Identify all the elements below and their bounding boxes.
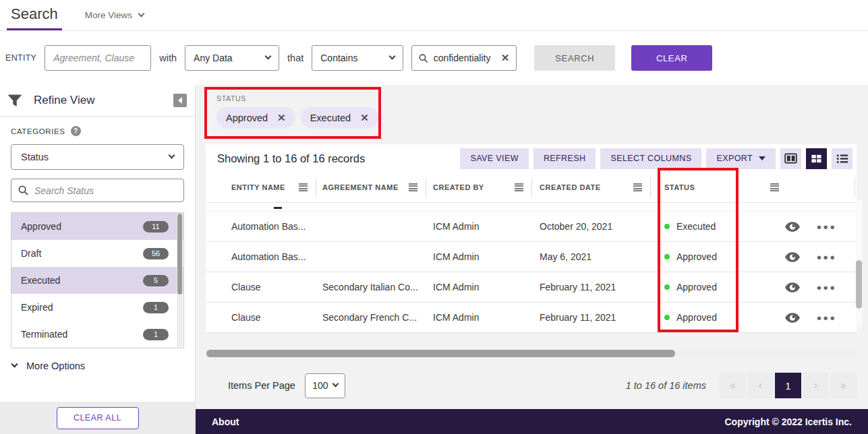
column-menu-icon[interactable]: [633, 183, 642, 191]
table-row[interactable]: Clause Secondary French C... ICM Admin F…: [206, 303, 857, 333]
search-criteria-bar: ENTITY with Any Data that Contains ✕ SEA…: [0, 31, 868, 85]
more-views-dropdown[interactable]: More Views: [85, 0, 144, 30]
preview-eye-icon[interactable]: [785, 252, 800, 262]
column-menu-icon[interactable]: [299, 183, 308, 191]
more-views-label: More Views: [85, 10, 132, 20]
pagination-controls: 1 to 16 of 16 items « ‹ 1 › »: [626, 373, 857, 398]
row-menu-icon[interactable]: ●●●: [816, 282, 836, 292]
more-options-toggle[interactable]: More Options: [11, 348, 184, 383]
previous-page-button[interactable]: ‹: [747, 373, 774, 398]
row-menu-icon[interactable]: ●●●: [816, 252, 836, 262]
column-header-created-date[interactable]: CREATED DATE: [532, 178, 651, 197]
status-option-label: Executed: [21, 275, 60, 286]
column-header-created-by[interactable]: CREATED BY: [426, 178, 532, 197]
cell-entity-name: Clause: [206, 312, 316, 323]
table-row[interactable]: Automation Bas... ICM Admin October 20, …: [206, 212, 857, 242]
items-per-page-label: Items Per Page: [228, 380, 295, 391]
select-columns-button[interactable]: SELECT COLUMNS: [600, 148, 701, 169]
collapse-sidebar-button[interactable]: [173, 94, 187, 107]
column-menu-icon[interactable]: [409, 183, 417, 191]
first-page-button[interactable]: «: [720, 373, 746, 398]
entity-input[interactable]: [53, 53, 142, 63]
split-view-button[interactable]: [780, 148, 801, 169]
column-menu-icon[interactable]: [770, 183, 779, 191]
remove-chip-icon[interactable]: ✕: [277, 112, 286, 124]
tab-search[interactable]: Search: [7, 0, 62, 30]
column-label: ENTITY NAME: [231, 183, 285, 191]
pagination-buttons: « ‹ 1 › »: [720, 373, 857, 398]
list-scrollbar[interactable]: [177, 214, 183, 347]
last-page-button[interactable]: »: [830, 373, 857, 398]
keyword-input[interactable]: [434, 53, 496, 63]
status-search-input[interactable]: [34, 185, 177, 196]
about-link[interactable]: About: [212, 416, 239, 427]
chip-label: Executed: [310, 113, 351, 123]
cell-created-date: February 11, 2021: [532, 282, 651, 292]
table-row[interactable]: Clause Secondary Italian Co... ICM Admin…: [206, 272, 857, 303]
row-menu-icon[interactable]: ●●●: [816, 222, 836, 232]
status-option-expired[interactable]: Expired 1: [11, 294, 183, 321]
table-row[interactable]: Automation Bas... ICM Admin May 6, 2021 …: [206, 242, 857, 272]
filter-chip-executed[interactable]: Executed ✕: [301, 107, 378, 128]
cell-created-by: ICM Admin: [426, 251, 532, 262]
chevron-down-icon: [138, 10, 145, 17]
operator-select[interactable]: Contains: [312, 45, 403, 71]
sidebar-footer: CLEAR ALL: [0, 402, 195, 434]
refresh-button[interactable]: REFRESH: [533, 148, 596, 169]
row-menu-icon[interactable]: ●●●: [816, 313, 836, 323]
horizontal-scrollbar-thumb[interactable]: [206, 350, 675, 357]
cell-entity-name: Automation Bas...: [206, 221, 316, 232]
save-view-button[interactable]: SAVE VIEW: [460, 148, 528, 169]
help-icon[interactable]: ?: [71, 126, 81, 136]
table-horizontal-scrollbar[interactable]: [206, 349, 857, 358]
annotation-box-filters: STATUS Approved ✕ Executed ✕: [204, 87, 381, 139]
clear-keyword-icon[interactable]: ✕: [501, 52, 510, 64]
preview-eye-icon[interactable]: [785, 313, 800, 323]
row-actions: ●●●: [752, 313, 857, 323]
grid-view-button[interactable]: [806, 148, 827, 169]
next-page-button[interactable]: ›: [803, 373, 829, 398]
status-option-approved[interactable]: Approved 11: [11, 213, 183, 240]
search-icon: [18, 185, 28, 195]
results-area: STATUS Approved ✕ Executed ✕ Showing 1 t…: [196, 85, 868, 434]
column-header-entity-name[interactable]: ENTITY NAME: [206, 178, 316, 197]
filter-chip-approved[interactable]: Approved ✕: [216, 107, 295, 128]
remove-chip-icon[interactable]: ✕: [360, 112, 369, 124]
preview-eye-icon[interactable]: [785, 222, 800, 232]
filter-funnel-icon: [8, 94, 22, 107]
status-option-draft[interactable]: Draft 56: [11, 240, 183, 267]
status-option-terminated[interactable]: Terminated 1: [11, 321, 183, 348]
data-scope-select[interactable]: Any Data: [185, 45, 279, 71]
cell-created-date: October 20, 2021: [532, 221, 651, 232]
list-scrollbar-thumb[interactable]: [177, 214, 182, 294]
status-text: Executed: [676, 221, 716, 232]
search-button[interactable]: SEARCH: [534, 45, 615, 71]
column-header-status[interactable]: STATUS: [651, 178, 855, 197]
status-option-executed[interactable]: Executed 5: [11, 267, 183, 294]
sidebar-body: CATEGORIES ? Status Approved 11: [0, 117, 195, 383]
app-window: Search More Views ENTITY with Any Data t…: [0, 0, 868, 434]
clear-button[interactable]: CLEAR: [631, 45, 712, 71]
status-option-label: Expired: [21, 302, 53, 313]
chevron-down-icon: [11, 361, 18, 368]
content-area: Refine View CATEGORIES ? Status: [0, 85, 868, 434]
column-menu-icon[interactable]: [515, 183, 523, 191]
row-actions: ●●●: [752, 282, 857, 292]
app-footer: About Copyright © 2022 Icertis Inc.: [196, 409, 868, 434]
cell-status: Approved: [651, 251, 752, 262]
cell-created-by: ICM Admin: [426, 312, 532, 323]
current-page-button[interactable]: 1: [775, 373, 801, 398]
list-view-button[interactable]: [832, 148, 852, 169]
vertical-scrollbar-thumb[interactable]: [856, 260, 862, 309]
page-title: Search: [11, 5, 58, 23]
list-view-icon: [836, 154, 848, 164]
column-header-agreement-name[interactable]: AGREEMENT NAME: [316, 178, 426, 197]
count-badge: 56: [143, 248, 169, 259]
category-select[interactable]: Status: [11, 144, 184, 170]
preview-eye-icon[interactable]: [785, 282, 800, 292]
clear-all-button[interactable]: CLEAR ALL: [57, 407, 139, 429]
items-per-page-select[interactable]: 100: [305, 373, 345, 398]
table-vertical-scrollbar[interactable]: [856, 199, 862, 328]
sidebar-header: Refine View: [0, 85, 195, 117]
export-button[interactable]: EXPORT: [706, 148, 776, 169]
